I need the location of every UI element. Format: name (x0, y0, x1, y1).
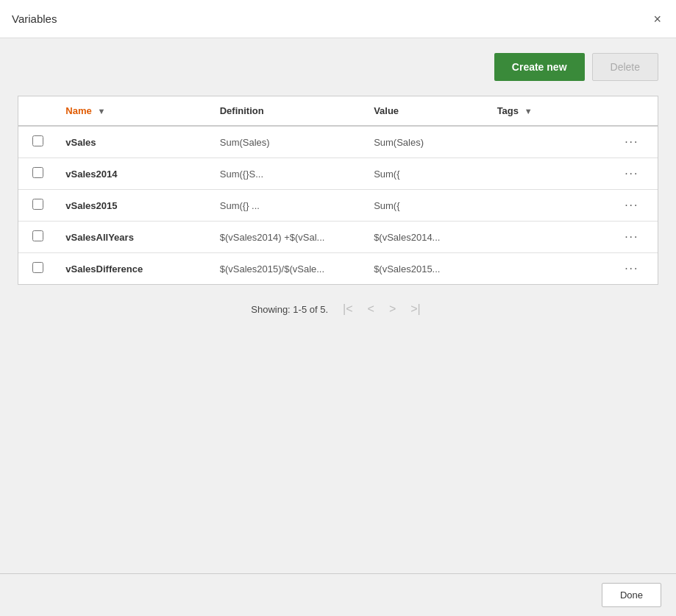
row-checkbox[interactable] (32, 262, 43, 273)
row-actions: ··· (611, 222, 658, 253)
page-first-button[interactable]: |< (338, 300, 357, 319)
row-more-button[interactable]: ··· (620, 197, 643, 213)
variables-dialog: Variables × Create new Delete Name ▼ Def (0, 0, 676, 616)
dialog-body: Create new Delete Name ▼ Definition (0, 38, 676, 333)
row-tags (488, 222, 612, 253)
row-actions: ··· (611, 253, 658, 285)
row-checkbox-cell[interactable] (18, 158, 57, 190)
row-checkbox-cell[interactable] (18, 222, 57, 253)
table-row: vSales Sum(Sales) Sum(Sales) ··· (18, 126, 658, 158)
row-actions: ··· (611, 190, 658, 222)
row-name: vSales (57, 126, 210, 158)
row-tags (488, 190, 612, 222)
row-actions: ··· (611, 126, 658, 158)
variables-table-container: Name ▼ Definition Value Tags ▼ (18, 96, 658, 285)
pagination-text: Showing: 1-5 of 5. (251, 304, 328, 315)
row-tags (488, 126, 612, 158)
col-header-tags: Tags ▼ (488, 96, 612, 126)
row-name: vSales2015 (57, 190, 210, 222)
row-definition: Sum({} ... (211, 190, 365, 222)
row-actions: ··· (611, 158, 658, 190)
col-header-value: Value (365, 96, 488, 126)
row-value: $(vSales2015... (365, 253, 488, 285)
row-value: $(vSales2014... (365, 222, 488, 253)
toolbar: Create new Delete (18, 53, 658, 81)
row-checkbox-cell[interactable] (18, 126, 57, 158)
row-checkbox-cell[interactable] (18, 190, 57, 222)
page-next-button[interactable]: > (385, 300, 400, 319)
col-header-check (18, 96, 57, 126)
row-more-button[interactable]: ··· (620, 261, 643, 277)
row-value: Sum({ (365, 190, 488, 222)
col-header-name: Name ▼ (57, 96, 210, 126)
dialog-header: Variables × (0, 0, 676, 38)
row-more-button[interactable]: ··· (620, 166, 643, 182)
tags-filter-icon[interactable]: ▼ (524, 107, 533, 116)
page-last-button[interactable]: >| (406, 300, 425, 319)
pagination: Showing: 1-5 of 5. |< < > >| (18, 300, 658, 319)
row-definition: $(vSales2014) +$(vSal... (211, 222, 365, 253)
row-definition: Sum({}S... (211, 158, 365, 190)
row-checkbox[interactable] (32, 199, 43, 210)
row-name: vSalesDifference (57, 253, 210, 285)
table-row: vSalesAllYears $(vSales2014) +$(vSal... … (18, 222, 658, 253)
row-tags (488, 253, 612, 285)
row-definition: $(vSales2015)/$(vSale... (211, 253, 365, 285)
done-button[interactable]: Done (602, 583, 661, 607)
page-prev-button[interactable]: < (363, 300, 379, 319)
table-row: vSales2015 Sum({} ... Sum({ ··· (18, 190, 658, 222)
row-definition: Sum(Sales) (211, 126, 365, 158)
row-checkbox[interactable] (32, 135, 43, 146)
row-checkbox[interactable] (32, 167, 43, 178)
close-button[interactable]: × (650, 10, 664, 29)
row-checkbox[interactable] (32, 230, 43, 241)
row-more-button[interactable]: ··· (620, 134, 643, 150)
name-filter-icon[interactable]: ▼ (97, 107, 105, 116)
row-value: Sum({ (365, 158, 488, 190)
table-row: vSalesDifference $(vSales2015)/$(vSale..… (18, 253, 658, 285)
table-row: vSales2014 Sum({}S... Sum({ ··· (18, 158, 658, 190)
dialog-title: Variables (12, 13, 57, 25)
table-header-row: Name ▼ Definition Value Tags ▼ (18, 96, 658, 126)
delete-button: Delete (592, 53, 658, 81)
row-checkbox-cell[interactable] (18, 253, 57, 285)
dialog-footer: Done (0, 573, 676, 616)
row-name: vSales2014 (57, 158, 210, 190)
row-value: Sum(Sales) (365, 126, 488, 158)
col-header-actions (611, 96, 658, 126)
row-tags (488, 158, 612, 190)
row-more-button[interactable]: ··· (620, 229, 643, 245)
create-new-button[interactable]: Create new (494, 53, 585, 81)
variables-table: Name ▼ Definition Value Tags ▼ (18, 96, 658, 284)
col-header-definition: Definition (211, 96, 365, 126)
row-name: vSalesAllYears (57, 222, 210, 253)
